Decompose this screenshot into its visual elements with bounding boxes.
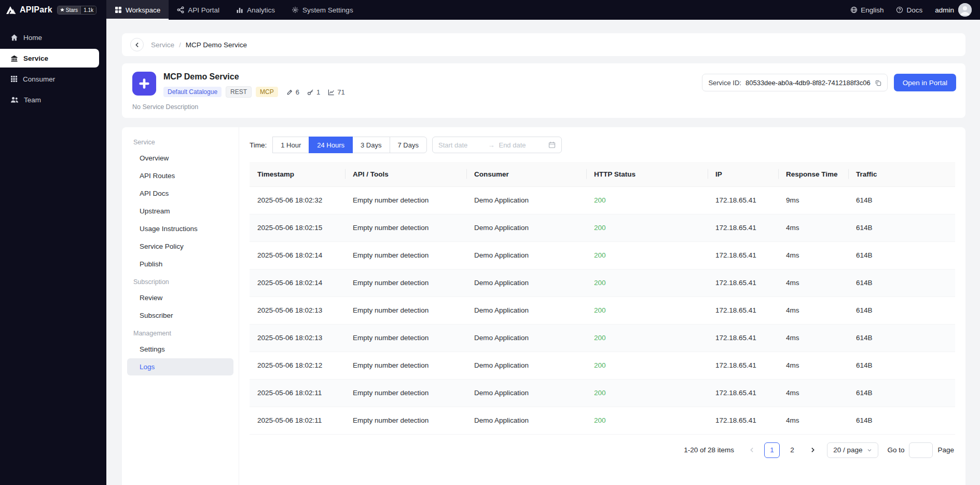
- time-range-button[interactable]: 7 Days: [390, 137, 427, 153]
- page-number-button[interactable]: 1: [764, 442, 780, 458]
- cell-consumer: Demo Application: [466, 186, 586, 214]
- cell-http-status: 200: [586, 186, 708, 214]
- cell-response-time: 4ms: [778, 379, 848, 407]
- cell-http-status: 200: [586, 324, 708, 352]
- api-count-value: 6: [296, 88, 299, 96]
- breadcrumb-separator: /: [179, 41, 181, 49]
- time-range-button[interactable]: 24 Hours: [309, 137, 353, 153]
- inner-nav-item[interactable]: Service Policy: [127, 238, 233, 255]
- inner-nav-item[interactable]: Overview: [127, 150, 233, 167]
- page-size-value: 20 / page: [833, 446, 862, 454]
- cell-consumer: Demo Application: [466, 297, 586, 324]
- page-label: Page: [937, 446, 954, 454]
- date-range-picker[interactable]: Start date → End date: [432, 137, 562, 153]
- sidebar-item-team[interactable]: Team: [0, 90, 99, 109]
- table-row: 2025-05-06 18:02:11 Empty number detecti…: [250, 407, 955, 434]
- cell-traffic: 614B: [848, 269, 955, 297]
- sidebar-item-label: Home: [23, 34, 42, 42]
- cell-ip: 172.18.65.41: [708, 324, 778, 352]
- cell-traffic: 614B: [848, 241, 955, 269]
- cell-consumer: Demo Application: [466, 352, 586, 379]
- service-header-card: MCP Demo Service Default Catalogue REST …: [122, 63, 965, 118]
- sidebar-item-home[interactable]: Home: [0, 28, 99, 47]
- cell-api-tools: Empty number detection: [345, 324, 466, 352]
- range-arrow-icon: →: [488, 141, 494, 149]
- cell-consumer: Demo Application: [466, 324, 586, 352]
- service-id-value: 80533dee-ab0a-4db9-8f82-7412188f3c06: [746, 79, 871, 87]
- next-page-button[interactable]: [805, 442, 820, 458]
- back-button[interactable]: [130, 38, 144, 51]
- language-label: English: [861, 6, 884, 14]
- cell-api-tools: Empty number detection: [345, 379, 466, 407]
- inner-nav-item[interactable]: Settings: [127, 341, 233, 358]
- inner-nav-item[interactable]: Logs: [127, 358, 233, 375]
- start-date-placeholder: Start date: [438, 141, 484, 149]
- copy-icon[interactable]: [875, 79, 881, 86]
- col-api-tools: API / Tools: [345, 162, 466, 186]
- inner-nav-item[interactable]: Upstream: [127, 203, 233, 220]
- github-stars-badge[interactable]: Stars 1.1k: [57, 6, 96, 15]
- cell-timestamp: 2025-05-06 18:02:12: [250, 352, 345, 379]
- home-icon: [10, 34, 18, 42]
- tab-analytics[interactable]: Analytics: [228, 0, 283, 20]
- open-in-portal-button[interactable]: Open in Portal: [894, 74, 956, 91]
- cell-traffic: 614B: [848, 214, 955, 241]
- main-content: Service / MCP Demo Service MCP Demo Serv…: [106, 20, 980, 485]
- subscriber-count: 1: [307, 88, 320, 96]
- consumer-icon: [10, 75, 18, 83]
- cell-response-time: 4ms: [778, 214, 848, 241]
- calendar-icon: [548, 141, 556, 149]
- inner-nav-item[interactable]: API Docs: [127, 185, 233, 202]
- cell-response-time: 4ms: [778, 269, 848, 297]
- docs-link[interactable]: Docs: [896, 6, 922, 14]
- workspace-icon: [115, 6, 122, 14]
- goto-page-input[interactable]: [909, 442, 933, 458]
- col-response-time: Response Time: [778, 162, 848, 186]
- cell-timestamp: 2025-05-06 18:02:14: [250, 241, 345, 269]
- prev-page-button[interactable]: [744, 442, 760, 458]
- cell-api-tools: Empty number detection: [345, 186, 466, 214]
- cell-consumer: Demo Application: [466, 241, 586, 269]
- tab-system-settings[interactable]: System Settings: [283, 0, 362, 20]
- inner-nav-section-service: Service: [127, 133, 233, 149]
- table-row: 2025-05-06 18:02:13 Empty number detecti…: [250, 324, 955, 352]
- apipark-logo-icon: [6, 6, 16, 15]
- star-icon: [60, 8, 64, 12]
- stars-count: 1.1k: [80, 6, 96, 14]
- cell-api-tools: Empty number detection: [345, 241, 466, 269]
- language-selector[interactable]: English: [850, 6, 884, 14]
- username: admin: [935, 6, 954, 14]
- page-size-select[interactable]: 20 / page: [827, 442, 878, 458]
- cell-http-status: 200: [586, 297, 708, 324]
- time-range-button[interactable]: 1 Hour: [272, 137, 309, 153]
- page-number-button[interactable]: 2: [784, 442, 800, 458]
- inner-nav-item[interactable]: Subscriber: [127, 307, 233, 324]
- time-range-button[interactable]: 3 Days: [352, 137, 390, 153]
- inner-nav-item[interactable]: Review: [127, 289, 233, 306]
- inner-nav-item[interactable]: Publish: [127, 255, 233, 273]
- sidebar-item-service[interactable]: Service: [0, 49, 99, 68]
- time-range-group: 1 Hour24 Hours3 Days7 Days: [273, 137, 427, 153]
- col-http-status: HTTP Status: [586, 162, 708, 186]
- edit-icon: [286, 89, 293, 96]
- rest-tag: REST: [226, 86, 252, 98]
- page-number-list: 12: [764, 442, 800, 458]
- inner-nav-item[interactable]: Usage Instructions: [127, 220, 233, 237]
- service-id-label: Service ID:: [708, 79, 741, 87]
- service-logo-icon: [132, 72, 156, 96]
- table-row: 2025-05-06 18:02:14 Empty number detecti…: [250, 269, 955, 297]
- breadcrumb: Service / MCP Demo Service: [122, 33, 965, 56]
- goto-label: Go to: [887, 446, 904, 454]
- breadcrumb-parent[interactable]: Service: [151, 41, 174, 49]
- sidebar-item-consumer[interactable]: Consumer: [0, 70, 99, 88]
- cell-timestamp: 2025-05-06 18:02:11: [250, 407, 345, 434]
- inner-nav-item[interactable]: API Routes: [127, 167, 233, 184]
- cell-http-status: 200: [586, 241, 708, 269]
- cell-timestamp: 2025-05-06 18:02:15: [250, 214, 345, 241]
- user-menu[interactable]: admin: [935, 3, 972, 17]
- log-table-wrap: Timestamp API / Tools Consumer HTTP Stat…: [250, 162, 955, 435]
- tab-api-portal[interactable]: API Portal: [169, 0, 228, 20]
- cell-http-status: 200: [586, 214, 708, 241]
- docs-label: Docs: [906, 6, 922, 14]
- tab-workspace[interactable]: Workspace: [106, 0, 169, 20]
